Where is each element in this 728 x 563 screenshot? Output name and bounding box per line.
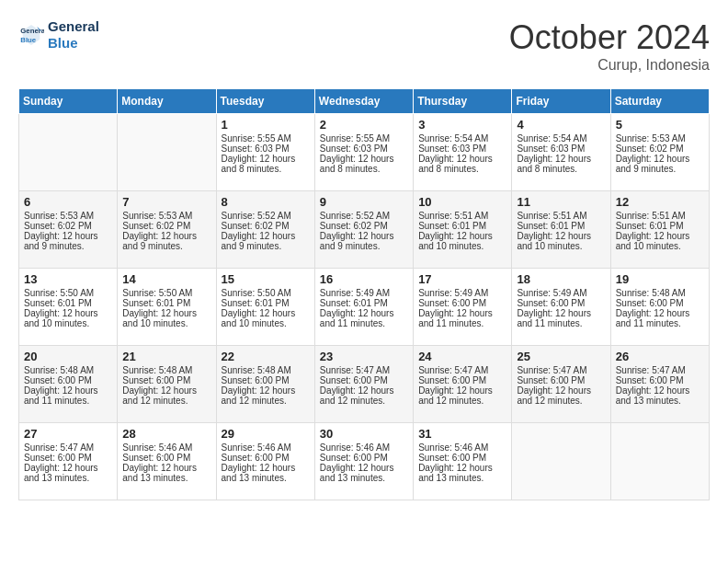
day-number: 9 [320, 195, 408, 209]
sunrise-text: Sunrise: 5:55 AM [222, 133, 310, 144]
sunset-text: Sunset: 6:00 PM [418, 453, 506, 463]
sunset-text: Sunset: 6:00 PM [418, 375, 506, 385]
sunset-text: Sunset: 6:00 PM [222, 375, 310, 385]
daylight-text: Daylight: 12 hours and 10 minutes. [418, 231, 506, 251]
daylight-text: Daylight: 12 hours and 12 minutes. [320, 385, 408, 406]
calendar-cell: 29Sunrise: 5:46 AMSunset: 6:00 PMDayligh… [216, 423, 314, 500]
sunrise-text: Sunrise: 5:47 AM [320, 365, 408, 375]
daylight-text: Daylight: 12 hours and 9 minutes. [616, 154, 704, 174]
sunrise-text: Sunrise: 5:52 AM [320, 211, 408, 221]
day-number: 12 [616, 195, 704, 209]
calendar-cell: 5Sunrise: 5:53 AMSunset: 6:02 PMDaylight… [610, 114, 709, 191]
month-title: October 2024 [509, 18, 710, 57]
sunset-text: Sunset: 6:00 PM [517, 375, 605, 385]
daylight-text: Daylight: 12 hours and 13 minutes. [122, 463, 210, 483]
day-number: 11 [517, 195, 605, 209]
daylight-text: Daylight: 12 hours and 9 minutes. [320, 231, 408, 251]
location-title: Curup, Indonesia [509, 57, 710, 74]
day-number: 26 [616, 350, 704, 363]
sunset-text: Sunset: 6:01 PM [616, 221, 704, 231]
sunset-text: Sunset: 6:00 PM [122, 375, 210, 385]
sunrise-text: Sunrise: 5:54 AM [418, 133, 506, 144]
daylight-text: Daylight: 12 hours and 12 minutes. [222, 385, 310, 406]
day-number: 1 [222, 118, 310, 132]
sunrise-text: Sunrise: 5:46 AM [320, 442, 408, 453]
sunrise-text: Sunrise: 5:53 AM [24, 211, 112, 221]
day-number: 17 [418, 272, 506, 286]
calendar-cell: 16Sunrise: 5:49 AMSunset: 6:01 PMDayligh… [314, 269, 413, 346]
sunrise-text: Sunrise: 5:50 AM [222, 288, 310, 298]
calendar-cell: 10Sunrise: 5:51 AMSunset: 6:01 PMDayligh… [414, 191, 512, 269]
calendar-cell: 25Sunrise: 5:47 AMSunset: 6:00 PMDayligh… [512, 346, 610, 423]
day-number: 22 [222, 350, 310, 363]
daylight-text: Daylight: 12 hours and 13 minutes. [616, 385, 704, 406]
weekday-row: Sunday Monday Tuesday Wednesday Thursday… [19, 89, 710, 114]
sunset-text: Sunset: 6:00 PM [320, 375, 408, 385]
calendar-cell: 1Sunrise: 5:55 AMSunset: 6:03 PMDaylight… [216, 114, 314, 191]
sunset-text: Sunset: 6:00 PM [222, 453, 310, 463]
calendar-cell: 7Sunrise: 5:53 AMSunset: 6:02 PMDaylight… [118, 191, 216, 269]
day-number: 27 [24, 427, 112, 441]
daylight-text: Daylight: 12 hours and 10 minutes. [24, 308, 112, 328]
sunrise-text: Sunrise: 5:51 AM [418, 211, 506, 221]
sunset-text: Sunset: 6:03 PM [320, 144, 408, 154]
sunrise-text: Sunrise: 5:47 AM [616, 365, 704, 375]
sunset-text: Sunset: 6:01 PM [418, 221, 506, 231]
col-tuesday: Tuesday [216, 89, 314, 114]
day-number: 21 [122, 350, 210, 363]
sunset-text: Sunset: 6:01 PM [320, 298, 408, 308]
sunset-text: Sunset: 6:03 PM [418, 144, 506, 154]
calendar-cell: 19Sunrise: 5:48 AMSunset: 6:00 PMDayligh… [610, 269, 709, 346]
day-number: 28 [122, 427, 210, 441]
week-row-4: 20Sunrise: 5:48 AMSunset: 6:00 PMDayligh… [19, 346, 710, 423]
calendar-cell: 26Sunrise: 5:47 AMSunset: 6:00 PMDayligh… [610, 346, 709, 423]
logo-icon: General Blue [18, 22, 44, 48]
day-number: 4 [517, 118, 605, 132]
week-row-5: 27Sunrise: 5:47 AMSunset: 6:00 PMDayligh… [19, 423, 710, 500]
daylight-text: Daylight: 12 hours and 9 minutes. [122, 231, 210, 251]
sunrise-text: Sunrise: 5:50 AM [122, 288, 210, 298]
calendar-cell: 18Sunrise: 5:49 AMSunset: 6:00 PMDayligh… [512, 269, 610, 346]
title-block: October 2024 Curup, Indonesia [509, 18, 710, 74]
sunrise-text: Sunrise: 5:48 AM [122, 365, 210, 375]
calendar-cell [610, 423, 709, 500]
calendar-table: Sunday Monday Tuesday Wednesday Thursday… [18, 88, 710, 500]
day-number: 2 [320, 118, 408, 132]
daylight-text: Daylight: 12 hours and 13 minutes. [418, 463, 506, 483]
week-row-3: 13Sunrise: 5:50 AMSunset: 6:01 PMDayligh… [19, 269, 710, 346]
week-row-1: 1Sunrise: 5:55 AMSunset: 6:03 PMDaylight… [19, 114, 710, 191]
sunrise-text: Sunrise: 5:47 AM [418, 365, 506, 375]
daylight-text: Daylight: 12 hours and 8 minutes. [418, 154, 506, 174]
daylight-text: Daylight: 12 hours and 12 minutes. [122, 385, 210, 406]
sunrise-text: Sunrise: 5:46 AM [418, 442, 506, 453]
sunrise-text: Sunrise: 5:49 AM [517, 288, 605, 298]
calendar-cell: 2Sunrise: 5:55 AMSunset: 6:03 PMDaylight… [314, 114, 413, 191]
daylight-text: Daylight: 12 hours and 12 minutes. [517, 385, 605, 406]
sunset-text: Sunset: 6:00 PM [24, 375, 112, 385]
daylight-text: Daylight: 12 hours and 13 minutes. [222, 463, 310, 483]
logo-blue: Blue [48, 35, 99, 52]
sunrise-text: Sunrise: 5:53 AM [616, 133, 704, 144]
logo-general: General [48, 18, 99, 35]
calendar-cell: 8Sunrise: 5:52 AMSunset: 6:02 PMDaylight… [216, 191, 314, 269]
day-number: 8 [222, 195, 310, 209]
calendar-cell: 24Sunrise: 5:47 AMSunset: 6:00 PMDayligh… [414, 346, 512, 423]
calendar-cell: 9Sunrise: 5:52 AMSunset: 6:02 PMDaylight… [314, 191, 413, 269]
calendar-cell: 31Sunrise: 5:46 AMSunset: 6:00 PMDayligh… [414, 423, 512, 500]
daylight-text: Daylight: 12 hours and 12 minutes. [418, 385, 506, 406]
day-number: 5 [616, 118, 704, 132]
calendar-cell [19, 114, 118, 191]
daylight-text: Daylight: 12 hours and 13 minutes. [320, 463, 408, 483]
calendar-cell: 27Sunrise: 5:47 AMSunset: 6:00 PMDayligh… [19, 423, 118, 500]
calendar-cell: 17Sunrise: 5:49 AMSunset: 6:00 PMDayligh… [414, 269, 512, 346]
logo: General Blue General Blue [18, 18, 99, 52]
day-number: 16 [320, 272, 408, 286]
calendar-cell: 3Sunrise: 5:54 AMSunset: 6:03 PMDaylight… [414, 114, 512, 191]
daylight-text: Daylight: 12 hours and 9 minutes. [222, 231, 310, 251]
sunset-text: Sunset: 6:02 PM [122, 221, 210, 231]
day-number: 20 [24, 350, 112, 363]
sunset-text: Sunset: 6:01 PM [517, 221, 605, 231]
day-number: 31 [418, 427, 506, 441]
sunset-text: Sunset: 6:03 PM [222, 144, 310, 154]
day-number: 7 [122, 195, 210, 209]
